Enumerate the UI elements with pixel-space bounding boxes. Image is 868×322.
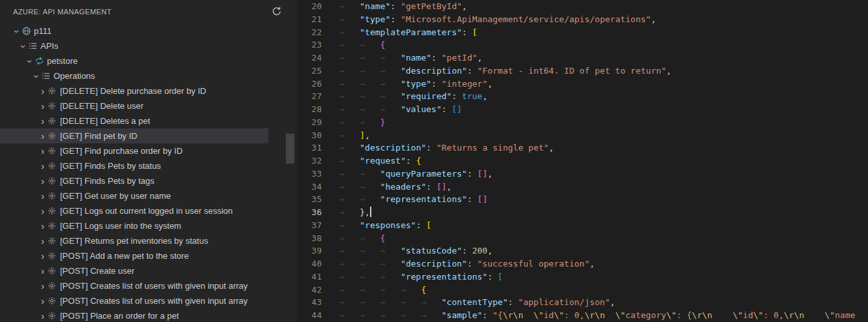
code-text[interactable]: →→{ — [339, 38, 385, 51]
code-line[interactable]: 27→→→"required": true, — [297, 90, 868, 103]
tree-item[interactable]: ›[POST] Add a new pet to the store — [0, 248, 268, 263]
code-line[interactable]: 43→→→→→"contentType": "application/json"… — [297, 296, 868, 309]
code-text[interactable]: →"description": "Returns a single pet", — [339, 141, 554, 154]
tree-item[interactable]: ›[GET] Find purchase order by ID — [0, 143, 268, 158]
tree-item[interactable]: ›[GET] Logs out current logged in user s… — [0, 203, 268, 218]
tree-item[interactable]: ›[GET] Returns pet inventories by status — [0, 233, 268, 248]
code-text[interactable]: →→→"description": "Format - int64. ID of… — [339, 65, 672, 78]
code-line[interactable]: 37→"responses": [ — [297, 219, 868, 232]
chevron-right-icon[interactable]: › — [38, 131, 48, 141]
chevron-down-icon[interactable]: › — [12, 27, 22, 37]
chevron-right-icon[interactable]: › — [38, 176, 48, 186]
tree-item[interactable]: ›[DELETE] Delete purchase order by ID — [0, 83, 268, 98]
chevron-right-icon[interactable]: › — [38, 281, 48, 291]
code-line[interactable]: 44→→→→→"sample": "{\r\n \"id\": 0,\r\n \… — [297, 309, 868, 322]
chevron-down-icon[interactable]: › — [19, 42, 29, 51]
token: [] — [477, 169, 488, 179]
chevron-right-icon[interactable]: › — [38, 191, 48, 201]
code-line[interactable]: 39→→→"statusCode": 200, — [297, 244, 868, 257]
chevron-right-icon[interactable]: › — [38, 161, 48, 171]
code-text[interactable]: →→"queryParameters": [], — [339, 168, 493, 181]
code-line[interactable]: 40→→→"description": "successful operatio… — [297, 257, 868, 271]
code-line[interactable]: 25→→→"description": "Format - int64. ID … — [297, 65, 868, 78]
code-text[interactable]: →}, — [339, 206, 371, 219]
line-number: 39 — [297, 244, 322, 257]
tree-item[interactable]: ›[GET] Logs user into the system — [0, 218, 268, 233]
chevron-right-icon[interactable]: › — [38, 296, 48, 306]
code-line[interactable]: 30→], — [297, 129, 868, 142]
code-text[interactable]: →"templateParameters": [ — [339, 26, 477, 39]
tree-item[interactable]: ›[POST] Create user — [0, 263, 268, 278]
code-text[interactable]: →→→"description": "successful operation"… — [339, 257, 595, 271]
code-text[interactable]: →], — [339, 129, 370, 142]
code-text[interactable]: →→"headers": [], — [339, 181, 452, 194]
tree-item[interactable]: ›[GET] Finds Pets by status — [0, 158, 268, 173]
tree-item[interactable]: ›[DELETE] Deletes a pet — [0, 113, 268, 128]
tree-item[interactable]: ›[POST] Creates list of users with given… — [0, 293, 268, 308]
chevron-right-icon[interactable]: › — [38, 116, 48, 126]
code-line[interactable]: 34→→"headers": [], — [297, 181, 868, 194]
code-line[interactable]: 42→→→→{ — [297, 284, 868, 297]
sidebar-scrollbar-thumb[interactable] — [286, 134, 294, 164]
tree-item[interactable]: ›APIs — [0, 38, 268, 53]
tree-item[interactable]: ›petstore — [0, 53, 268, 68]
tree-item[interactable]: ›[DELETE] Delete user — [0, 98, 268, 113]
tree-item[interactable]: ›[GET] Find pet by ID — [0, 128, 268, 143]
line-number: 38 — [297, 232, 322, 245]
code-text[interactable]: →"type": "Microsoft.ApiManagement/servic… — [339, 13, 656, 26]
code-area[interactable]: 20→"name": "getPetById",21→"type": "Micr… — [297, 0, 868, 322]
code-line[interactable]: 38→→{ — [297, 232, 868, 245]
chevron-right-icon[interactable]: › — [38, 236, 48, 246]
code-text[interactable]: →→→→{ — [339, 284, 426, 297]
tree-item[interactable]: ›Operations — [0, 68, 268, 83]
refresh-icon[interactable] — [271, 6, 282, 16]
chevron-right-icon[interactable]: › — [38, 266, 48, 276]
code-text[interactable]: →→→→→"contentType": "application/json", — [339, 296, 615, 309]
list-icon — [28, 41, 40, 51]
code-text[interactable]: →→→"statusCode": 200, — [339, 244, 493, 257]
tree-item[interactable]: ›p111 — [0, 23, 268, 38]
chevron-right-icon[interactable]: › — [38, 146, 48, 156]
code-line[interactable]: 29→→} — [297, 116, 868, 129]
code-line[interactable]: 26→→→"type": "integer", — [297, 78, 868, 91]
chevron-right-icon[interactable]: › — [38, 251, 48, 261]
code-line[interactable]: 31→"description": "Returns a single pet"… — [297, 141, 868, 154]
code-line[interactable]: 21→"type": "Microsoft.ApiManagement/serv… — [297, 13, 868, 26]
code-text[interactable]: →"request": { — [339, 154, 421, 168]
code-text[interactable]: →→→"required": true, — [339, 90, 488, 103]
tree-item-label: [GET] Get user by user name — [60, 191, 171, 201]
code-text[interactable]: →→→"values": [] — [339, 103, 462, 116]
code-line[interactable]: 24→→→"name": "petId", — [297, 51, 868, 65]
code-text[interactable]: →→→"type": "integer", — [339, 78, 493, 91]
line-number: 26 — [297, 78, 322, 91]
code-line[interactable]: 33→→"queryParameters": [], — [297, 168, 868, 181]
code-line[interactable]: 23→→{ — [297, 38, 868, 51]
code-text[interactable]: →→→→→"sample": "{\r\n \"id\": 0,\r\n \"c… — [339, 309, 856, 322]
code-text[interactable]: →→→"name": "petId", — [339, 51, 482, 65]
code-line[interactable]: 20→"name": "getPetById", — [297, 0, 868, 13]
chevron-down-icon[interactable]: › — [25, 57, 35, 66]
tree-item[interactable]: ›[GET] Finds Pets by tags — [0, 173, 268, 188]
line-number: 40 — [297, 257, 322, 271]
chevron-right-icon[interactable]: › — [38, 206, 48, 216]
chevron-right-icon[interactable]: › — [38, 101, 48, 111]
chevron-right-icon[interactable]: › — [38, 311, 48, 321]
tree-item[interactable]: ›[POST] Place an order for a pet — [0, 308, 268, 322]
code-line[interactable]: 36→}, — [297, 206, 868, 219]
code-text[interactable]: →"name": "getPetById", — [339, 0, 467, 13]
code-text[interactable]: →→} — [339, 116, 385, 129]
tree-item[interactable]: ›[POST] Creates list of users with given… — [0, 278, 268, 293]
code-text[interactable]: →"responses": [ — [339, 219, 431, 232]
tree-item[interactable]: ›[GET] Get user by user name — [0, 188, 268, 203]
code-line[interactable]: 41→→→"representations": [ — [297, 271, 868, 284]
code-text[interactable]: →→"representations": [] — [339, 193, 488, 206]
chevron-right-icon[interactable]: › — [38, 221, 48, 231]
chevron-down-icon[interactable]: › — [32, 72, 42, 81]
code-text[interactable]: →→→"representations": [ — [339, 271, 503, 284]
code-text[interactable]: →→{ — [339, 232, 385, 245]
code-line[interactable]: 22→"templateParameters": [ — [297, 26, 868, 39]
code-line[interactable]: 32→"request": { — [297, 154, 868, 168]
code-line[interactable]: 35→→"representations": [] — [297, 193, 868, 206]
code-line[interactable]: 28→→→"values": [] — [297, 103, 868, 116]
chevron-right-icon[interactable]: › — [38, 86, 48, 96]
